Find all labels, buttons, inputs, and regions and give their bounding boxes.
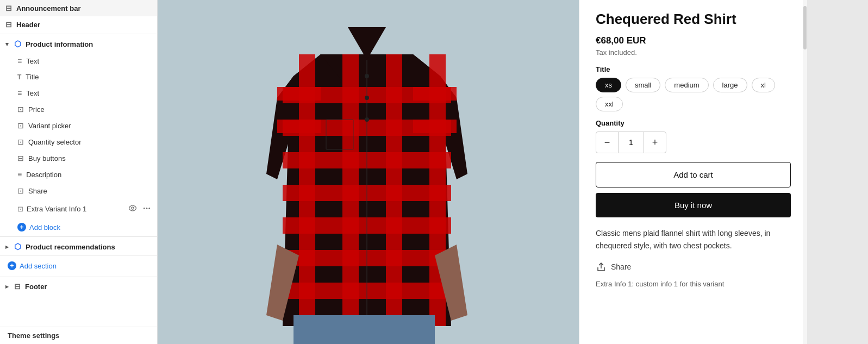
announcement-bar-icon: ⊟ (5, 4, 12, 12)
sidebar-item-announcement-bar[interactable]: ⊟ Announcement bar (0, 0, 157, 16)
sidebar-item-variant-picker[interactable]: ⊡ Variant picker (0, 117, 157, 134)
quantity-increase-button[interactable]: + (644, 132, 666, 153)
share-icon-box (596, 261, 607, 272)
product-description: Classic mens plaid flannel shirt with lo… (596, 227, 791, 252)
product-price: €68,00 EUR (596, 35, 646, 46)
sidebar-item-footer[interactable]: ▸ ⊟ Footer (0, 278, 157, 295)
sidebar-item-buy-buttons[interactable]: ⊟ Buy buttons (0, 150, 157, 166)
quantity-control: − 1 + (596, 132, 666, 153)
sidebar-item-extra-variant[interactable]: ⊡ Extra Variant Info 1 (0, 199, 157, 219)
svg-rect-17 (277, 120, 321, 133)
svg-rect-2 (146, 208, 148, 209)
variant-xxl-button[interactable]: xxl (596, 97, 623, 111)
svg-rect-19 (413, 120, 457, 133)
header-icon: ⊟ (5, 20, 12, 29)
svg-point-23 (365, 117, 369, 122)
quantity-label: Quantity (596, 119, 791, 127)
sidebar-item-price[interactable]: ⊡ Price (0, 101, 157, 117)
product-title: Chequered Red Shirt (596, 11, 791, 28)
variant-group-label: Title (596, 65, 791, 73)
scrollbar-thumb[interactable] (803, 6, 807, 49)
variant-buttons-group: xs small medium large xl xxl (596, 78, 791, 111)
add-block-plus-icon: + (17, 223, 26, 232)
divider2 (0, 236, 157, 237)
svg-rect-3 (149, 208, 151, 209)
right-panel: Chequered Red Shirt €68,00 EUR Tax inclu… (579, 0, 807, 344)
product-info-icon: ⬡ (14, 39, 21, 49)
price-row: €68,00 EUR (596, 35, 791, 46)
share-icon: ⊡ (17, 186, 24, 195)
text2-icon: ≡ (17, 89, 22, 97)
sidebar-item-text2[interactable]: ≡ Text (0, 85, 157, 101)
quantity-selector-icon: ⊡ (17, 137, 24, 146)
extra-variant-more-button[interactable] (141, 203, 153, 215)
sidebar-item-product-information[interactable]: ▾ ⬡ Product information (0, 35, 157, 53)
variant-small-button[interactable]: small (626, 78, 660, 92)
svg-rect-16 (277, 87, 321, 101)
svg-rect-1 (143, 208, 145, 209)
divider3 (0, 277, 157, 277)
description-icon: ≡ (17, 170, 22, 179)
svg-rect-13 (342, 54, 359, 326)
variant-xl-button[interactable]: xl (752, 78, 775, 92)
product-image-container (158, 0, 579, 344)
divider (0, 34, 157, 34)
sidebar-item-text1[interactable]: ≡ Text (0, 53, 157, 69)
extra-variant-visibility-button[interactable] (127, 203, 139, 215)
extra-info: Extra Info 1: custom info 1 for this var… (596, 280, 791, 288)
buy-buttons-icon: ⊟ (17, 154, 24, 162)
sidebar-item-quantity-selector[interactable]: ⊡ Quantity selector (0, 134, 157, 150)
footer-icon: ⊟ (14, 282, 21, 291)
product-rec-icon: ⬡ (14, 242, 21, 252)
theme-settings[interactable]: Theme settings (0, 327, 157, 344)
variant-medium-button[interactable]: medium (665, 78, 708, 92)
product-image (158, 0, 579, 344)
chevron-down-icon: ▾ (5, 41, 9, 48)
main-content: Chequered Red Shirt €68,00 EUR Tax inclu… (158, 0, 868, 344)
variant-large-button[interactable]: large (713, 78, 747, 92)
sidebar: ⊟ Announcement bar ⊟ Header ▾ ⬡ Product … (0, 0, 158, 344)
share-row[interactable]: Share (596, 261, 791, 272)
chevron-right-icon: ▸ (5, 243, 9, 251)
sidebar-item-share[interactable]: ⊡ Share (0, 183, 157, 199)
svg-rect-25 (294, 315, 435, 344)
svg-point-21 (365, 74, 369, 78)
svg-rect-14 (386, 54, 402, 326)
variant-picker-icon: ⊡ (17, 121, 24, 130)
quantity-value: 1 (618, 132, 644, 153)
sidebar-item-description[interactable]: ≡ Description (0, 166, 157, 183)
add-block-button[interactable]: + Add block (0, 219, 157, 235)
add-section-plus-icon: + (8, 261, 16, 270)
extra-variant-icon: ⊡ (17, 205, 23, 213)
price-icon: ⊡ (17, 105, 24, 114)
buy-now-button[interactable]: Buy it now (596, 193, 791, 217)
title-icon: T (17, 73, 21, 81)
share-label: Share (611, 262, 631, 271)
footer-chevron-icon: ▸ (5, 283, 9, 290)
sidebar-item-product-recommendations[interactable]: ▸ ⬡ Product recommendations (0, 238, 157, 255)
sidebar-item-header[interactable]: ⊟ Header (0, 16, 157, 33)
text1-icon: ≡ (17, 57, 22, 65)
add-to-cart-button[interactable]: Add to cart (596, 162, 791, 187)
svg-rect-18 (413, 87, 457, 101)
quantity-decrease-button[interactable]: − (596, 132, 618, 153)
variant-xs-button[interactable]: xs (596, 78, 621, 92)
extra-variant-actions (127, 203, 153, 215)
svg-point-0 (132, 207, 134, 209)
scrollbar-track (803, 0, 807, 344)
svg-point-22 (365, 96, 369, 100)
add-section-button[interactable]: + Add section (0, 255, 157, 276)
sidebar-item-title[interactable]: T Title (0, 69, 157, 85)
tax-note: Tax included. (596, 48, 791, 57)
